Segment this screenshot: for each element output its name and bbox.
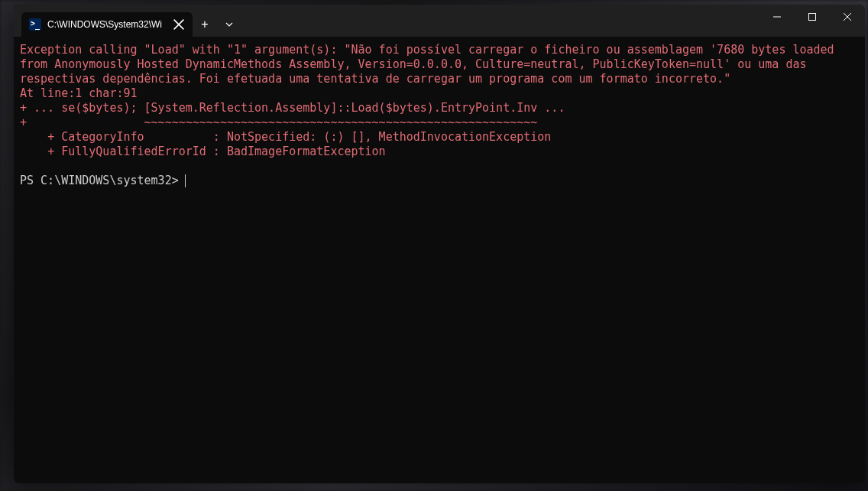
cursor	[185, 174, 186, 187]
prompt-row[interactable]: PS C:\WINDOWS\system32>	[20, 174, 859, 188]
error-line: + ... se($bytes); [System.Reflection.Ass…	[20, 101, 859, 115]
svg-rect-0	[809, 14, 816, 21]
error-line: + CategoryInfo : NotSpecified: (:) [], M…	[20, 130, 859, 145]
close-button[interactable]	[830, 5, 865, 29]
terminal-body[interactable]: Exception calling "Load" with "1" argume…	[14, 37, 865, 483]
titlebar[interactable]: C:\WINDOWS\System32\Wind +	[14, 5, 865, 37]
maximize-button[interactable]	[795, 5, 830, 29]
powershell-icon	[29, 18, 41, 31]
tab-dropdown-button[interactable]	[217, 12, 241, 37]
prompt-text: PS C:\WINDOWS\system32>	[20, 174, 179, 188]
tab-active[interactable]: C:\WINDOWS\System32\Wind	[21, 12, 193, 37]
error-line: Exception calling "Load" with "1" argume…	[20, 43, 859, 57]
error-line: from Anonymously Hosted DynamicMethods A…	[20, 57, 859, 72]
window-controls	[760, 5, 865, 37]
error-line: + FullyQualifiedErrorId : BadImageFormat…	[20, 145, 859, 159]
error-line: + ~~~~~~~~~~~~~~~~~~~~~~~~~~~~~~~~~~~~~~…	[20, 115, 859, 130]
tabs-area: C:\WINDOWS\System32\Wind +	[14, 5, 760, 37]
tab-close-button[interactable]	[173, 18, 185, 31]
error-line: respectivas dependências. Foi efetuada u…	[20, 72, 859, 86]
new-tab-button[interactable]: +	[193, 12, 217, 37]
terminal-window: C:\WINDOWS\System32\Wind + Exception cal	[14, 5, 865, 483]
tab-title: C:\WINDOWS\System32\Wind	[47, 19, 162, 30]
error-line: At line:1 char:91	[20, 86, 859, 101]
minimize-button[interactable]	[760, 5, 795, 29]
